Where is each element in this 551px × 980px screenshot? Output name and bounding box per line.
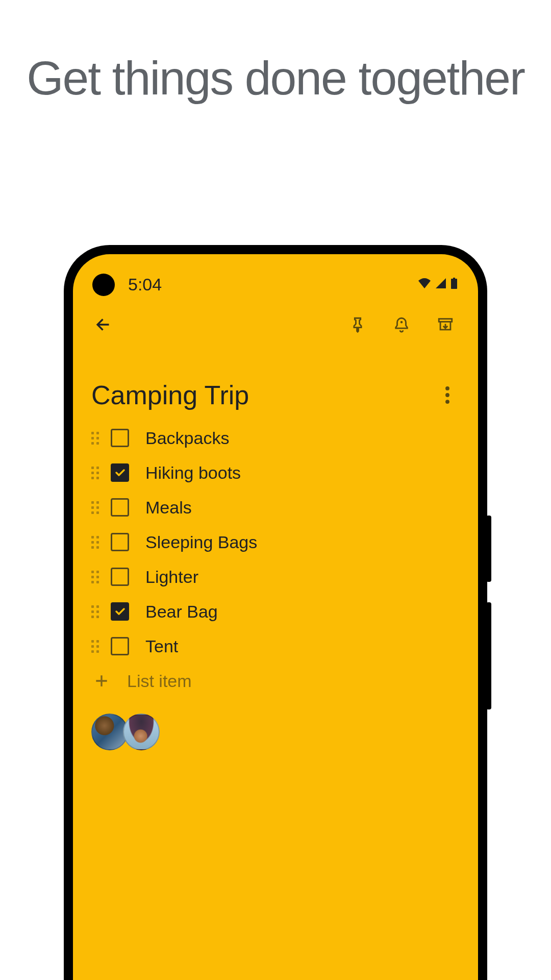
svg-point-1 (445, 386, 449, 390)
archive-icon[interactable] (431, 310, 460, 339)
checkbox[interactable] (111, 463, 129, 482)
back-button[interactable] (91, 312, 116, 337)
item-label[interactable]: Sleeping Bags (145, 532, 257, 552)
reminder-icon[interactable] (387, 310, 416, 339)
drag-handle-icon[interactable] (91, 467, 102, 479)
list-item[interactable]: Hiking boots (91, 455, 460, 490)
phone-frame: 5:04 (64, 245, 487, 980)
checklist: BackpacksHiking bootsMealsSleeping BagsL… (73, 421, 478, 664)
add-list-item[interactable]: List item (73, 664, 478, 698)
item-label[interactable]: Backpacks (145, 428, 229, 448)
checkbox[interactable] (111, 568, 129, 586)
svg-rect-0 (439, 319, 452, 322)
item-label[interactable]: Hiking boots (145, 463, 241, 483)
list-item[interactable]: Sleeping Bags (91, 525, 460, 559)
note-header: Camping Trip (73, 349, 478, 421)
item-label[interactable]: Meals (145, 498, 192, 518)
list-item[interactable]: Meals (91, 490, 460, 525)
plus-icon (92, 672, 111, 690)
add-item-placeholder: List item (127, 671, 192, 691)
drag-handle-icon[interactable] (91, 501, 102, 514)
drag-handle-icon[interactable] (91, 605, 102, 618)
list-item[interactable]: Backpacks (91, 421, 460, 455)
list-item[interactable]: Lighter (91, 559, 460, 594)
checkbox[interactable] (111, 429, 129, 447)
checkbox[interactable] (111, 533, 129, 551)
collaborator-avatars[interactable] (73, 698, 478, 766)
promo-heading: Get things done together (0, 51, 551, 106)
phone-screen: 5:04 (73, 254, 478, 980)
avatar[interactable] (123, 714, 160, 750)
drag-handle-icon[interactable] (91, 432, 102, 445)
svg-point-3 (445, 400, 449, 404)
camera-hole (92, 274, 115, 296)
side-button (486, 516, 491, 582)
more-options-icon[interactable] (435, 383, 460, 407)
item-label[interactable]: Bear Bag (145, 602, 218, 622)
note-toolbar (73, 295, 478, 349)
list-item[interactable]: Tent (91, 629, 460, 664)
item-label[interactable]: Tent (145, 636, 178, 656)
status-time: 5:04 (128, 275, 162, 295)
checkbox[interactable] (111, 602, 129, 621)
cellular-icon (435, 278, 446, 290)
status-bar: 5:04 (73, 254, 478, 295)
drag-handle-icon[interactable] (91, 536, 102, 549)
checkbox[interactable] (111, 637, 129, 655)
status-icons (418, 278, 458, 291)
side-button (486, 602, 491, 709)
drag-handle-icon[interactable] (91, 640, 102, 653)
note-title[interactable]: Camping Trip (91, 380, 249, 410)
svg-point-2 (445, 393, 449, 397)
pin-icon[interactable] (343, 310, 372, 339)
battery-icon (450, 278, 458, 291)
checkbox[interactable] (111, 498, 129, 517)
drag-handle-icon[interactable] (91, 571, 102, 583)
item-label[interactable]: Lighter (145, 567, 198, 587)
list-item[interactable]: Bear Bag (91, 594, 460, 629)
wifi-icon (418, 278, 431, 290)
